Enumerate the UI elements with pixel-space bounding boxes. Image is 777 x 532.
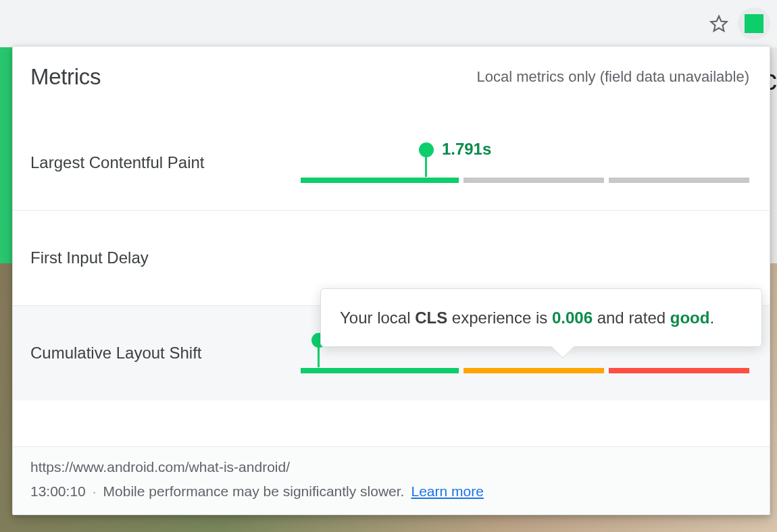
footer-note: Mobile performance may be significantly … xyxy=(103,483,405,500)
tooltip-value: 0.006 xyxy=(552,309,593,327)
metrics-panel: Metrics Local metrics only (field data u… xyxy=(12,46,770,515)
browser-toolbar xyxy=(0,0,777,47)
metric-gauge-fid xyxy=(301,238,749,278)
learn-more-link[interactable]: Learn more xyxy=(411,483,483,500)
footer-status-line: 13:00:10 · Mobile performance may be sig… xyxy=(30,483,752,500)
extension-badge[interactable] xyxy=(738,7,770,40)
status-square-icon xyxy=(745,14,763,33)
footer-time: 13:00:10 xyxy=(30,483,86,500)
panel-header: Metrics Local metrics only (field data u… xyxy=(13,47,770,102)
metric-label: Largest Contentful Paint xyxy=(30,153,301,172)
metric-row-lcp[interactable]: Largest Contentful Paint 1.791s xyxy=(13,102,770,210)
separator-dot: · xyxy=(93,483,97,500)
gauge-track xyxy=(301,368,749,373)
tooltip-metric: CLS xyxy=(415,309,447,327)
tooltip-text: . xyxy=(709,309,714,327)
gauge-segment-needs-improvement xyxy=(463,368,604,373)
marker-stem xyxy=(318,347,320,367)
panel-title: Metrics xyxy=(30,64,101,90)
footer-url: https://www.android.com/what-is-android/ xyxy=(30,459,752,475)
metric-gauge-lcp: 1.791s xyxy=(301,142,749,183)
panel-subtitle: Local metrics only (field data unavailab… xyxy=(476,68,749,86)
gauge-segment-good xyxy=(301,368,459,373)
gauge-segment-good xyxy=(301,178,459,183)
gauge-segment-poor xyxy=(609,178,749,183)
marker-stem xyxy=(425,157,427,177)
metric-tooltip: Your local CLS experience is 0.006 and r… xyxy=(320,288,762,347)
bookmark-star-icon[interactable] xyxy=(709,14,728,33)
page-green-strip xyxy=(0,47,12,263)
tooltip-text: experience is xyxy=(447,309,552,327)
metric-value: 1.791s xyxy=(442,140,491,159)
marker-dot-icon xyxy=(419,142,434,157)
metric-label: First Input Delay xyxy=(30,248,301,267)
gauge-marker: 1.791s xyxy=(419,142,434,177)
gauge-segment-needs-improvement xyxy=(463,178,604,183)
gauge-segment-poor xyxy=(609,368,749,373)
tooltip-text: Your local xyxy=(340,309,415,327)
gauge-track xyxy=(301,178,749,183)
svg-marker-0 xyxy=(711,16,726,31)
metric-label: Cumulative Layout Shift xyxy=(30,344,301,363)
metrics-list: Largest Contentful Paint 1.791s First In… xyxy=(13,102,770,446)
tooltip-rating: good xyxy=(670,309,710,327)
tooltip-text: and rated xyxy=(593,309,670,327)
panel-footer: https://www.android.com/what-is-android/… xyxy=(13,446,770,514)
